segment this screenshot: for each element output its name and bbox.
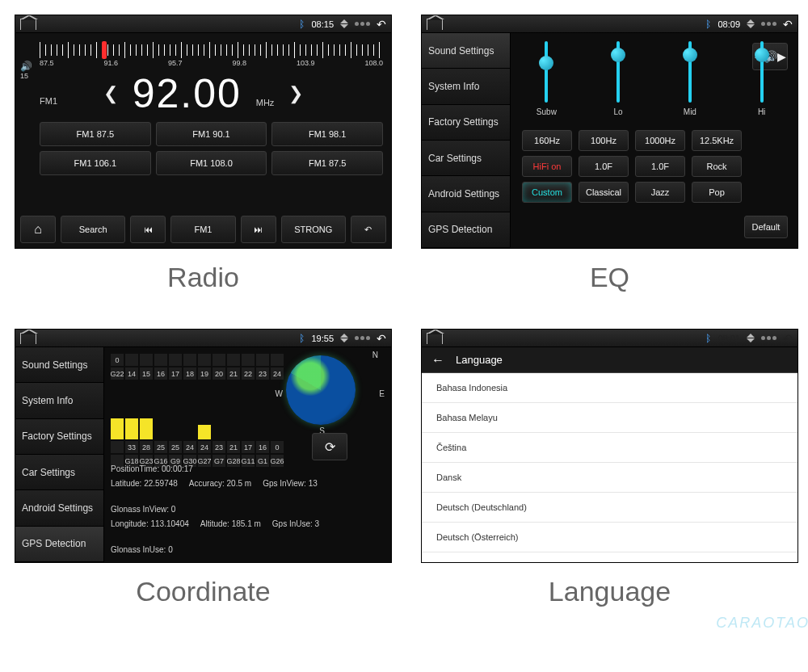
sidebar-item-android[interactable]: Android Settings <box>15 490 104 526</box>
bluetooth-icon: ᛒ <box>705 333 711 344</box>
prev-track-button[interactable]: ⏮ <box>130 216 166 243</box>
sidebar-item-car[interactable]: Car Settings <box>15 455 104 490</box>
preset-button[interactable]: FM1 90.1 <box>156 122 267 146</box>
watermark: CARAOTAO <box>716 615 808 632</box>
back-arrow-icon[interactable]: ← <box>431 353 444 368</box>
eq-preset-button[interactable]: Classical <box>579 182 629 203</box>
sidebar-item-android[interactable]: Android Settings <box>422 176 511 212</box>
back-icon[interactable]: ↶ <box>377 332 386 345</box>
clock: 08:09 <box>718 19 740 29</box>
frequency-display: 92.00 <box>133 70 242 117</box>
updown-icon[interactable] <box>340 334 348 342</box>
eq-preset-button[interactable]: Pop <box>692 182 742 203</box>
language-header: ← Language <box>422 347 797 373</box>
refresh-button[interactable]: ⟳ <box>312 433 347 460</box>
eq-slider[interactable]: Lo <box>602 41 634 130</box>
eq-preset-button[interactable]: 1000Hz <box>635 130 685 151</box>
language-item[interactable]: Deutsch (Österreich) <box>422 523 797 552</box>
eq-sliders: SubwLoMidHi <box>511 33 797 130</box>
eq-preset-button[interactable]: HiFi on <box>522 156 572 177</box>
preset-button[interactable]: FM1 87.5 <box>40 122 151 146</box>
band-label: FM1 <box>40 96 57 106</box>
language-title: Language <box>456 354 503 366</box>
compass-w: W <box>276 389 283 398</box>
sidebar-item-gps[interactable]: GPS Detection <box>422 212 511 248</box>
eq-preset-button[interactable]: 1.0F <box>579 156 629 177</box>
back-icon[interactable]: ↶ <box>783 332 793 345</box>
eq-preset-button[interactable]: 160Hz <box>522 130 572 151</box>
home-button[interactable]: ⌂ <box>20 216 56 243</box>
preset-button[interactable]: FM1 87.5 <box>271 151 383 175</box>
sidebar-item-system[interactable]: System Info <box>422 69 511 104</box>
panel-label-coord: Coordinate <box>0 566 406 628</box>
sidebar-item-car[interactable]: Car Settings <box>422 141 511 176</box>
language-item[interactable]: Čeština <box>422 433 797 463</box>
status-bar: ᛒ 08:01 ↶ <box>422 330 797 347</box>
bluetooth-icon: ᛒ <box>299 19 305 30</box>
eq-preset-button[interactable]: 1.0F <box>635 156 685 177</box>
eq-slider[interactable]: Subw <box>530 41 562 130</box>
sidebar-item-system[interactable]: System Info <box>15 383 104 418</box>
frequency-ruler[interactable]: 87.591.6 95.799.8 103.9108.0 <box>40 40 383 67</box>
sidebar-item-sound[interactable]: Sound Settings <box>422 33 511 69</box>
clock: 08:15 <box>311 19 334 29</box>
default-button[interactable]: Default <box>744 216 788 238</box>
language-item[interactable]: English (United Kingdom) <box>422 552 797 562</box>
recents-icon[interactable] <box>355 22 370 26</box>
tune-down-button[interactable]: ❮ <box>103 83 118 104</box>
panel-label-eq: EQ <box>406 252 808 314</box>
status-bar: ᛒ 19:55 ↶ <box>15 330 391 347</box>
eq-preset-button[interactable]: 100Hz <box>579 130 629 151</box>
language-item[interactable]: Dansk <box>422 463 797 493</box>
frequency-unit: MHz <box>256 98 275 107</box>
sidebar-item-sound[interactable]: Sound Settings <box>15 347 104 383</box>
eq-screen: ᛒ 08:09 ↶ Sound Settings System Info Fac… <box>421 15 798 249</box>
search-button[interactable]: Search <box>61 216 125 243</box>
language-screen: ᛒ 08:01 ↶ ← Language Bahasa IndonesiaBah… <box>421 329 798 563</box>
return-button[interactable]: ↶ <box>351 216 386 243</box>
updown-icon[interactable] <box>747 19 755 28</box>
bluetooth-icon: ᛒ <box>705 19 711 30</box>
sidebar-item-gps[interactable]: GPS Detection <box>15 527 104 562</box>
eq-preset-button[interactable]: Rock <box>692 156 742 177</box>
settings-sidebar: Sound Settings System Info Factory Setti… <box>422 33 511 248</box>
eq-slider[interactable]: Mid <box>674 41 706 130</box>
globe-icon <box>286 355 356 425</box>
strong-button[interactable]: STRONG <box>281 216 346 243</box>
language-item[interactable]: Deutsch (Deutschland) <box>422 493 797 523</box>
preset-button[interactable]: FM1 106.1 <box>40 151 151 175</box>
updown-icon[interactable] <box>340 19 348 28</box>
compass-e: E <box>379 389 385 398</box>
satellite-table: 0G22141516171819202122232433282525242423… <box>111 354 288 468</box>
language-item[interactable]: Bahasa Indonesia <box>422 373 797 403</box>
coordinate-screen: ᛒ 19:55 ↶ Sound Settings System Info Fac… <box>15 329 392 563</box>
home-outline-icon <box>427 333 443 344</box>
compass-n: N <box>372 351 378 359</box>
recents-icon[interactable] <box>761 336 776 340</box>
status-bar: ᛒ 08:09 ↶ <box>422 15 797 33</box>
eq-preset-grid: 160Hz100Hz1000Hz12.5KHzHiFi on1.0F1.0FRo… <box>522 130 797 203</box>
eq-preset-button[interactable]: Custom <box>522 182 572 203</box>
bluetooth-icon: ᛒ <box>299 333 305 344</box>
status-bar: ᛒ 08:15 ↶ <box>15 15 391 33</box>
radio-screen: ᛒ 08:15 ↶ 🔊15 87.591.6 95.799.8 <box>15 15 392 249</box>
next-track-button[interactable]: ⏭ <box>241 216 276 243</box>
language-list[interactable]: Bahasa IndonesiaBahasa MelayuČeštinaDans… <box>422 373 797 562</box>
recents-icon[interactable] <box>761 22 776 26</box>
back-icon[interactable]: ↶ <box>377 18 386 31</box>
language-item[interactable]: Bahasa Melayu <box>422 403 797 433</box>
eq-preset-button[interactable]: Jazz <box>635 182 685 203</box>
eq-preset-button[interactable]: 12.5KHz <box>692 130 742 151</box>
sidebar-item-factory[interactable]: Factory Settings <box>422 105 511 141</box>
recents-icon[interactable] <box>355 336 370 340</box>
eq-slider[interactable]: Hi <box>746 41 778 130</box>
updown-icon[interactable] <box>747 334 755 342</box>
volume-indicator: 🔊15 <box>20 61 32 80</box>
tuning-needle[interactable] <box>102 41 107 59</box>
preset-button[interactable]: FM1 108.0 <box>156 151 267 175</box>
tune-up-button[interactable]: ❯ <box>288 83 303 104</box>
back-icon[interactable]: ↶ <box>783 18 793 31</box>
preset-button[interactable]: FM1 98.1 <box>271 122 383 146</box>
sidebar-item-factory[interactable]: Factory Settings <box>15 419 104 455</box>
band-button[interactable]: FM1 <box>170 216 235 243</box>
